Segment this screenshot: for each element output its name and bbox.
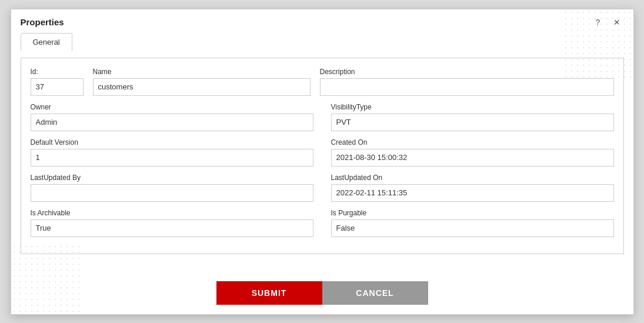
visibility-field-group: VisibilityType	[331, 103, 614, 131]
dialog-body: General Id: Name Description	[11, 33, 633, 273]
tabs-container: General	[21, 33, 624, 51]
tab-general[interactable]: General	[21, 33, 72, 51]
created-on-input[interactable]	[331, 149, 614, 167]
properties-dialog: Properties ? ✕ General Id:	[11, 9, 634, 315]
visibility-input[interactable]	[331, 114, 614, 131]
cancel-button[interactable]: CANCEL	[322, 281, 428, 305]
header-icons: ? ✕	[591, 15, 624, 29]
is-purgable-label: Is Purgable	[331, 209, 614, 217]
archivable-purgable-row: Is Archivable Is Purgable	[31, 209, 614, 237]
is-purgable-field-group: Is Purgable	[331, 209, 614, 237]
last-updated-on-input[interactable]	[331, 184, 614, 202]
id-label: Id:	[31, 68, 84, 76]
default-version-label: Default Version	[31, 138, 313, 146]
last-updated-on-field-group: LastUpdated On	[331, 174, 614, 202]
dialog-header: Properties ? ✕	[11, 9, 633, 33]
close-button[interactable]: ✕	[610, 15, 624, 29]
top-row: Id: Name Description	[31, 68, 614, 96]
dialog-title: Properties	[21, 17, 64, 27]
last-updated-by-field-group: LastUpdated By	[31, 174, 313, 202]
description-input[interactable]	[320, 78, 614, 96]
tab-content-general: Id: Name Description Owner	[21, 58, 624, 254]
id-input[interactable]	[31, 78, 84, 96]
owner-field-group: Owner	[31, 103, 313, 131]
name-label: Name	[93, 68, 311, 76]
name-input[interactable]	[93, 78, 311, 96]
description-field-group: Description	[320, 68, 614, 96]
owner-input[interactable]	[31, 114, 313, 131]
created-on-label: Created On	[331, 138, 614, 146]
help-button[interactable]: ?	[591, 15, 605, 29]
version-createdon-row: Default Version Created On	[31, 138, 614, 167]
last-updated-by-input[interactable]	[31, 184, 313, 202]
default-version-input[interactable]	[31, 149, 313, 167]
is-archivable-field-group: Is Archivable	[31, 209, 313, 237]
last-updated-on-label: LastUpdated On	[331, 174, 614, 182]
is-archivable-label: Is Archivable	[31, 209, 313, 217]
owner-visibility-row: Owner VisibilityType	[31, 103, 614, 131]
dialog-footer: SUBMIT CANCEL	[11, 273, 633, 314]
description-label: Description	[320, 68, 614, 76]
default-version-field-group: Default Version	[31, 138, 313, 167]
created-on-field-group: Created On	[331, 138, 614, 167]
lastupdated-row: LastUpdated By LastUpdated On	[31, 174, 614, 202]
is-purgable-input[interactable]	[331, 219, 614, 237]
owner-label: Owner	[31, 103, 313, 111]
is-archivable-input[interactable]	[31, 219, 313, 237]
id-field-group: Id:	[31, 68, 84, 96]
name-field-group: Name	[93, 68, 311, 96]
last-updated-by-label: LastUpdated By	[31, 174, 313, 182]
submit-button[interactable]: SUBMIT	[216, 281, 322, 305]
dialog-overlay: Properties ? ✕ General Id:	[0, 0, 644, 323]
visibility-label: VisibilityType	[331, 103, 614, 111]
